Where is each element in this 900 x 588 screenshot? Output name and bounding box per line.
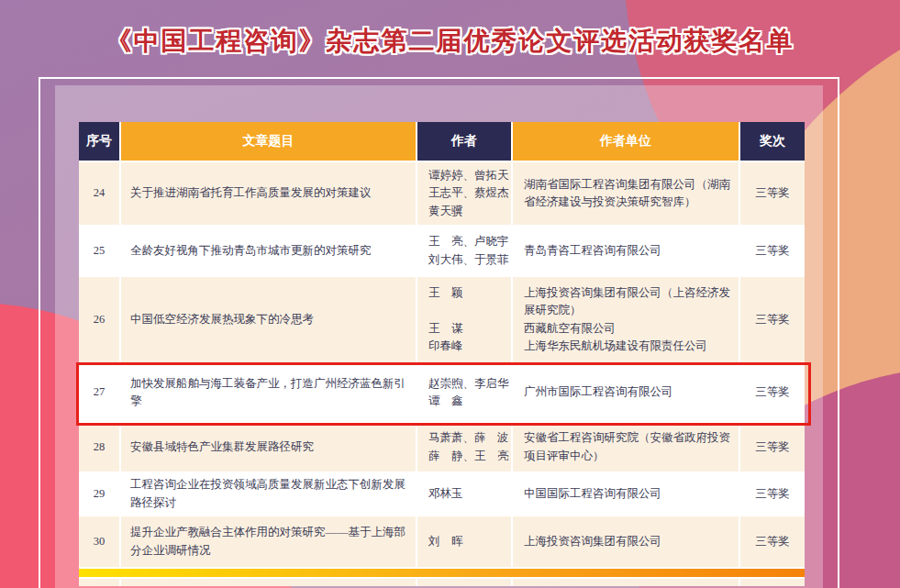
row-25-award: 三等奖: [740, 227, 805, 275]
row-25-title: 全龄友好视角下推动青岛市城市更新的对策研究: [121, 227, 416, 275]
background: 《中国工程咨询》杂志第二届优秀论文评选活动获奖名单 序号 文章题目 作者 作者单…: [0, 0, 900, 588]
next-row-stub: [121, 579, 416, 586]
page-title: 《中国工程咨询》杂志第二届优秀论文评选活动获奖名单: [0, 24, 900, 59]
row-29-org: 中国国际工程咨询有限公司: [513, 473, 739, 515]
header-no: 序号: [79, 122, 119, 161]
header-author: 作者: [417, 122, 511, 161]
next-row-stub: [513, 579, 739, 586]
row-26-author: 王 颖 王 谋 印春峰: [417, 277, 511, 362]
award-table: 序号 文章题目 作者 作者单位 奖次 24 关于推进湖南省托育工作高质量发展的对…: [79, 122, 805, 586]
header-org: 作者单位: [513, 122, 739, 161]
row-26-org: 上海投资咨询集团有限公司（上咨经济发展研究院） 西藏航空有限公司 上海华东民航机…: [513, 277, 739, 362]
row-28-no: 28: [79, 423, 119, 472]
header-title: 文章题目: [121, 122, 416, 161]
next-row-stub: [79, 579, 119, 586]
row-24-org: 湖南省国际工程咨询集团有限公司（湖南省经济建设与投资决策研究智库）: [513, 162, 739, 225]
row-25-org: 青岛青咨工程咨询有限公司: [513, 227, 739, 275]
row-29-no: 29: [79, 473, 119, 515]
row-24-no: 24: [79, 162, 119, 225]
row-29-award: 三等奖: [740, 473, 805, 515]
row-24-award: 三等奖: [740, 162, 805, 225]
row-30-org: 上海投资咨询集团有限公司: [513, 516, 739, 567]
row-27-author: 赵崇煦、李启华 谭 鑫: [417, 364, 511, 421]
row-28-title: 安徽县域特色产业集群发展路径研究: [121, 423, 416, 472]
next-row-stub: [417, 579, 511, 586]
row-25-author: 王 亮、卢晓宇 刘大伟、于景菲: [417, 227, 511, 275]
row-29-author: 邓林玉: [417, 473, 511, 515]
next-row-stub: [740, 579, 805, 586]
row-30-award: 三等奖: [740, 516, 805, 567]
row-24-title: 关于推进湖南省托育工作高质量发展的对策建议: [121, 162, 416, 225]
row-27-no: 27: [79, 364, 119, 421]
row-30-author: 刘 晖: [417, 516, 511, 567]
row-27-award: 三等奖: [740, 364, 805, 421]
row-28-author: 马萧萧、薛 波 薛 静、王 亮: [417, 423, 511, 472]
row-28-award: 三等奖: [740, 423, 805, 472]
section-divider-bar: [79, 569, 805, 577]
row-30-no: 30: [79, 516, 119, 567]
row-27-org: 广州市国际工程咨询有限公司: [513, 364, 739, 421]
row-30-title: 提升企业产教融合主体作用的对策研究——基于上海部分企业调研情况: [121, 516, 416, 567]
row-27-title: 加快发展船舶与海工装备产业，打造广州经济蓝色新引擎: [121, 364, 416, 421]
row-24-author: 谭婷婷、曾拓天 王志平、蔡煜杰 黄天骥: [417, 162, 511, 225]
row-26-title: 中国低空经济发展热现象下的冷思考: [121, 277, 416, 362]
row-26-award: 三等奖: [740, 277, 805, 362]
row-25-no: 25: [79, 227, 119, 275]
row-26-no: 26: [79, 277, 119, 362]
row-28-org: 安徽省工程咨询研究院（安徽省政府投资项目评审中心）: [513, 423, 739, 472]
row-29-title: 工程咨询企业在投资领域高质量发展新业态下创新发展路径探讨: [121, 473, 416, 515]
header-award: 奖次: [740, 122, 805, 161]
